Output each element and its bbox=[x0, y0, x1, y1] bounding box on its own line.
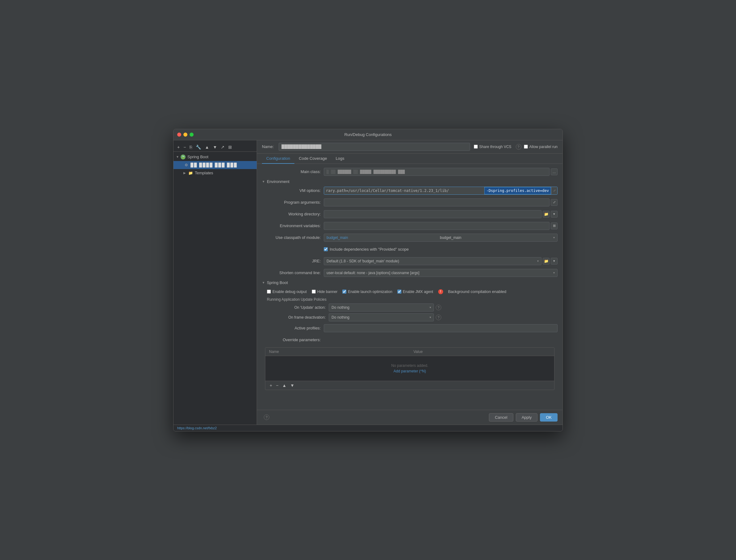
config-top-bar: Name: Share through VCS ? Allow parallel… bbox=[257, 140, 563, 154]
name-label: Name: bbox=[262, 144, 274, 149]
sidebar-item-config[interactable]: ⚙ ██ ████ ███ ███ bbox=[173, 161, 257, 169]
add-config-button[interactable]: + bbox=[176, 144, 181, 150]
classpath-dropdown[interactable]: budget_main budget_main ▾ bbox=[324, 234, 558, 242]
sidebar-item-spring-boot-group[interactable]: ▼ 🍃 Spring Boot bbox=[173, 153, 257, 161]
override-params-label-row: Override parameters: bbox=[262, 336, 558, 344]
sidebar: + − ⎘ 🔧 ▲ ▼ ↗ ⊞ ▼ 🍃 Spring Boot ⚙ ██ ███… bbox=[173, 140, 257, 425]
policies-section: Running Application Update Policies On '… bbox=[267, 297, 558, 321]
sidebar-templates-label: Templates bbox=[195, 171, 213, 175]
active-profiles-label: Active profiles: bbox=[262, 326, 324, 330]
run-debug-window: Run/Debug Configurations + − ⎘ 🔧 ▲ ▼ ↗ ⊞… bbox=[173, 129, 563, 431]
remove-config-button[interactable]: − bbox=[182, 144, 187, 150]
frame-deactivation-value: Do nothing bbox=[331, 315, 349, 320]
jre-dropdown-button[interactable]: ▾ bbox=[551, 258, 558, 265]
env-vars-row: Environment variables: ⊞ bbox=[262, 222, 558, 230]
share-button[interactable]: ↗ bbox=[219, 144, 226, 150]
params-name-col-header: Name bbox=[265, 349, 410, 354]
program-args-field: ⤢ bbox=[324, 198, 558, 206]
hide-banner-option: Hide banner bbox=[312, 290, 337, 294]
jre-browse-button[interactable]: 📁 bbox=[543, 258, 550, 265]
share-vcs-checkbox[interactable] bbox=[474, 145, 478, 149]
bottom-bar: ? Cancel Apply OK bbox=[257, 410, 563, 425]
maximize-button[interactable] bbox=[189, 133, 193, 137]
move-param-up-button[interactable]: ▲ bbox=[281, 382, 287, 388]
update-action-dropdown[interactable]: Do nothing ▾ bbox=[329, 303, 434, 312]
templates-folder-icon: 📁 bbox=[188, 170, 193, 176]
classpath-label: Use classpath of module: bbox=[262, 235, 324, 240]
config-name-input[interactable] bbox=[279, 143, 470, 151]
program-args-expand-button[interactable]: ⤢ bbox=[551, 199, 558, 206]
env-vars-input[interactable] bbox=[324, 222, 550, 230]
frame-deactivation-help-icon[interactable]: ? bbox=[436, 315, 441, 320]
params-toolbar: + − ▲ ▼ bbox=[265, 381, 554, 390]
hide-banner-checkbox[interactable] bbox=[312, 290, 316, 294]
sidebar-spring-boot-label: Spring Boot bbox=[187, 155, 208, 159]
include-deps-checkbox-label: Include dependencies with "Provided" sco… bbox=[324, 247, 409, 252]
add-param-link[interactable]: Add parameter (^N) bbox=[394, 369, 426, 373]
apply-button[interactable]: Apply bbox=[516, 413, 538, 422]
springboot-collapse-icon[interactable]: ▼ bbox=[262, 281, 265, 284]
move-param-down-button[interactable]: ▼ bbox=[289, 382, 296, 388]
update-action-help-icon[interactable]: ? bbox=[436, 305, 441, 310]
env-collapse-icon[interactable]: ▼ bbox=[262, 180, 265, 183]
program-args-label: Program arguments: bbox=[262, 200, 324, 205]
move-up-button[interactable]: ▲ bbox=[203, 144, 210, 150]
tab-configuration[interactable]: Configuration bbox=[262, 154, 294, 164]
tab-code-coverage[interactable]: Code Coverage bbox=[294, 154, 331, 164]
remove-param-button[interactable]: − bbox=[274, 382, 279, 388]
parallel-run-checkbox[interactable] bbox=[524, 145, 528, 149]
tab-logs[interactable]: Logs bbox=[331, 154, 348, 164]
shorten-cmd-arrow-icon: ▾ bbox=[553, 271, 555, 274]
ok-button[interactable]: OK bbox=[540, 413, 558, 422]
content-area: Name: Share through VCS ? Allow parallel… bbox=[257, 140, 563, 425]
enable-jmx-label: Enable JMX agent bbox=[403, 290, 433, 294]
add-param-button[interactable]: + bbox=[268, 382, 273, 388]
move-down-button[interactable]: ▼ bbox=[211, 144, 218, 150]
hide-banner-label: Hide banner bbox=[317, 290, 337, 294]
settings-button[interactable]: 🔧 bbox=[194, 144, 202, 150]
bottom-help-icon[interactable]: ? bbox=[264, 414, 269, 420]
config-item-icon: ⚙ bbox=[183, 162, 189, 168]
vm-options-input-wrapper[interactable]: rary.path=/usr/local/Cellar/tomcat-nativ… bbox=[324, 187, 558, 195]
close-button[interactable] bbox=[177, 133, 181, 137]
sort-button[interactable]: ⊞ bbox=[227, 144, 233, 150]
shorten-cmd-dropdown[interactable]: user-local default: none - java [options… bbox=[324, 269, 558, 277]
working-dir-input[interactable] bbox=[324, 210, 542, 218]
include-deps-field: Include dependencies with "Provided" sco… bbox=[324, 247, 558, 252]
cancel-button[interactable]: Cancel bbox=[489, 413, 513, 422]
main-layout: + − ⎘ 🔧 ▲ ▼ ↗ ⊞ ▼ 🍃 Spring Boot ⚙ ██ ███… bbox=[173, 140, 563, 425]
main-class-browse-button[interactable]: … bbox=[551, 168, 558, 175]
window-title: Run/Debug Configurations bbox=[344, 132, 392, 137]
include-deps-checkbox[interactable] bbox=[324, 247, 328, 251]
parallel-run-label: Allow parallel run bbox=[524, 145, 558, 149]
enable-launch-option: Enable launch optimization bbox=[342, 290, 392, 294]
include-deps-label: Include dependencies with "Provided" sco… bbox=[330, 247, 409, 252]
jre-dropdown-arrow-icon: ▾ bbox=[537, 259, 539, 263]
share-vcs-help-icon[interactable]: ? bbox=[516, 144, 521, 150]
enable-launch-checkbox[interactable] bbox=[342, 290, 346, 294]
vm-options-expand-button[interactable]: ⤢ bbox=[551, 187, 557, 194]
classpath-row: Use classpath of module: budget_main bud… bbox=[262, 233, 558, 242]
sidebar-item-templates[interactable]: ▶ 📁 Templates bbox=[173, 169, 257, 177]
program-args-input[interactable] bbox=[324, 198, 550, 206]
enable-debug-checkbox[interactable] bbox=[267, 290, 271, 294]
active-profiles-input[interactable] bbox=[324, 324, 558, 332]
working-dir-dropdown-button[interactable]: ▾ bbox=[551, 211, 558, 218]
collapse-arrow-icon: ▼ bbox=[176, 155, 180, 159]
vm-options-row: VM options: rary.path=/usr/local/Cellar/… bbox=[262, 186, 558, 195]
frame-deactivation-row: On frame deactivation: Do nothing ▾ ? bbox=[267, 313, 558, 321]
jre-dropdown[interactable]: Default (1.8 - SDK of 'budget_main' modu… bbox=[324, 257, 542, 265]
working-dir-folder-button[interactable]: 📁 bbox=[543, 211, 550, 218]
copy-config-button[interactable]: ⎘ bbox=[188, 144, 193, 150]
jre-row: JRE: Default (1.8 - SDK of 'budget_main'… bbox=[262, 257, 558, 265]
working-dir-field: 📁 ▾ bbox=[324, 210, 558, 218]
vm-options-left-text: rary.path=/usr/local/Cellar/tomcat-nativ… bbox=[324, 187, 484, 194]
main-class-input[interactable] bbox=[324, 168, 550, 176]
config-panel: Main class: … ▼ Environment VM options: bbox=[257, 164, 563, 410]
classpath-dropdown-arrow-icon: ▾ bbox=[553, 236, 555, 239]
enable-jmx-checkbox[interactable] bbox=[398, 290, 402, 294]
env-vars-expand-button[interactable]: ⊞ bbox=[551, 223, 558, 229]
minimize-button[interactable] bbox=[183, 133, 187, 137]
shorten-cmd-row: Shorten command line: user-local default… bbox=[262, 269, 558, 277]
frame-deactivation-dropdown[interactable]: Do nothing ▾ bbox=[329, 313, 434, 321]
